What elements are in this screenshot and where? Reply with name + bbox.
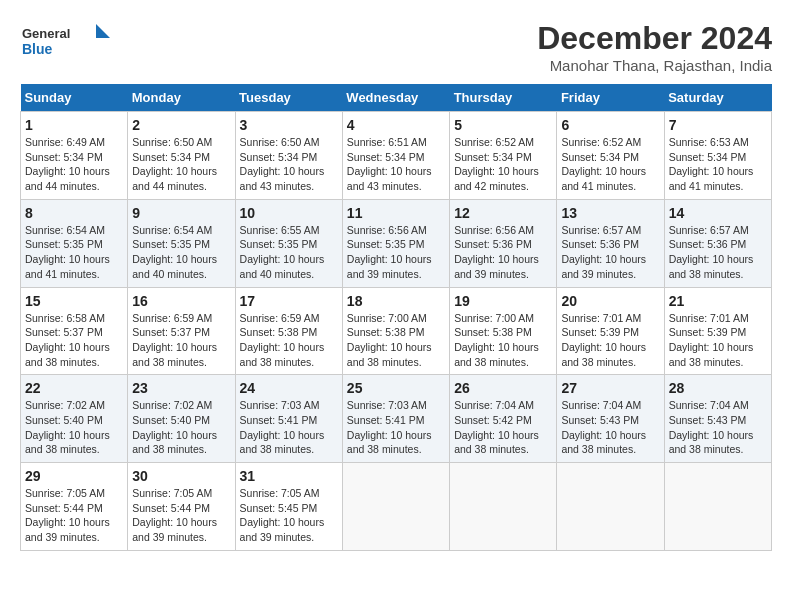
day-number: 14	[669, 205, 767, 221]
calendar-cell: 10Sunrise: 6:55 AMSunset: 5:35 PMDayligh…	[235, 199, 342, 287]
day-number: 2	[132, 117, 230, 133]
day-number: 6	[561, 117, 659, 133]
logo-icon: General Blue	[20, 20, 110, 60]
calendar-cell: 25Sunrise: 7:03 AMSunset: 5:41 PMDayligh…	[342, 375, 449, 463]
cell-info: Sunrise: 7:00 AMSunset: 5:38 PMDaylight:…	[454, 311, 552, 370]
cell-info: Sunrise: 7:00 AMSunset: 5:38 PMDaylight:…	[347, 311, 445, 370]
svg-marker-2	[96, 24, 110, 38]
calendar-cell: 30Sunrise: 7:05 AMSunset: 5:44 PMDayligh…	[128, 463, 235, 551]
calendar-cell: 16Sunrise: 6:59 AMSunset: 5:37 PMDayligh…	[128, 287, 235, 375]
day-number: 1	[25, 117, 123, 133]
cell-info: Sunrise: 7:02 AMSunset: 5:40 PMDaylight:…	[132, 398, 230, 457]
day-number: 10	[240, 205, 338, 221]
day-number: 29	[25, 468, 123, 484]
calendar-cell: 27Sunrise: 7:04 AMSunset: 5:43 PMDayligh…	[557, 375, 664, 463]
day-number: 28	[669, 380, 767, 396]
cell-info: Sunrise: 7:02 AMSunset: 5:40 PMDaylight:…	[25, 398, 123, 457]
day-number: 25	[347, 380, 445, 396]
calendar-cell	[557, 463, 664, 551]
cell-info: Sunrise: 6:52 AMSunset: 5:34 PMDaylight:…	[454, 135, 552, 194]
calendar-week-row: 1Sunrise: 6:49 AMSunset: 5:34 PMDaylight…	[21, 112, 772, 200]
logo: General Blue	[20, 20, 110, 60]
day-number: 27	[561, 380, 659, 396]
day-number: 19	[454, 293, 552, 309]
cell-info: Sunrise: 6:59 AMSunset: 5:37 PMDaylight:…	[132, 311, 230, 370]
header-sunday: Sunday	[21, 84, 128, 112]
cell-info: Sunrise: 7:03 AMSunset: 5:41 PMDaylight:…	[240, 398, 338, 457]
cell-info: Sunrise: 6:54 AMSunset: 5:35 PMDaylight:…	[132, 223, 230, 282]
day-number: 23	[132, 380, 230, 396]
page-header: General Blue December 2024 Manohar Thana…	[20, 20, 772, 74]
calendar-table: Sunday Monday Tuesday Wednesday Thursday…	[20, 84, 772, 551]
day-number: 16	[132, 293, 230, 309]
calendar-cell: 20Sunrise: 7:01 AMSunset: 5:39 PMDayligh…	[557, 287, 664, 375]
svg-text:Blue: Blue	[22, 41, 53, 57]
calendar-cell	[664, 463, 771, 551]
calendar-cell: 15Sunrise: 6:58 AMSunset: 5:37 PMDayligh…	[21, 287, 128, 375]
calendar-cell	[342, 463, 449, 551]
day-number: 20	[561, 293, 659, 309]
calendar-cell: 28Sunrise: 7:04 AMSunset: 5:43 PMDayligh…	[664, 375, 771, 463]
header-thursday: Thursday	[450, 84, 557, 112]
calendar-cell	[450, 463, 557, 551]
cell-info: Sunrise: 6:49 AMSunset: 5:34 PMDaylight:…	[25, 135, 123, 194]
cell-info: Sunrise: 6:54 AMSunset: 5:35 PMDaylight:…	[25, 223, 123, 282]
day-number: 18	[347, 293, 445, 309]
day-number: 12	[454, 205, 552, 221]
calendar-cell: 14Sunrise: 6:57 AMSunset: 5:36 PMDayligh…	[664, 199, 771, 287]
location-subtitle: Manohar Thana, Rajasthan, India	[537, 57, 772, 74]
calendar-cell: 5Sunrise: 6:52 AMSunset: 5:34 PMDaylight…	[450, 112, 557, 200]
day-number: 15	[25, 293, 123, 309]
cell-info: Sunrise: 6:57 AMSunset: 5:36 PMDaylight:…	[561, 223, 659, 282]
cell-info: Sunrise: 6:55 AMSunset: 5:35 PMDaylight:…	[240, 223, 338, 282]
cell-info: Sunrise: 7:03 AMSunset: 5:41 PMDaylight:…	[347, 398, 445, 457]
cell-info: Sunrise: 7:01 AMSunset: 5:39 PMDaylight:…	[561, 311, 659, 370]
cell-info: Sunrise: 6:51 AMSunset: 5:34 PMDaylight:…	[347, 135, 445, 194]
cell-info: Sunrise: 6:53 AMSunset: 5:34 PMDaylight:…	[669, 135, 767, 194]
day-number: 22	[25, 380, 123, 396]
cell-info: Sunrise: 6:56 AMSunset: 5:36 PMDaylight:…	[454, 223, 552, 282]
cell-info: Sunrise: 6:59 AMSunset: 5:38 PMDaylight:…	[240, 311, 338, 370]
cell-info: Sunrise: 6:57 AMSunset: 5:36 PMDaylight:…	[669, 223, 767, 282]
header-tuesday: Tuesday	[235, 84, 342, 112]
calendar-week-row: 8Sunrise: 6:54 AMSunset: 5:35 PMDaylight…	[21, 199, 772, 287]
header-friday: Friday	[557, 84, 664, 112]
calendar-week-row: 15Sunrise: 6:58 AMSunset: 5:37 PMDayligh…	[21, 287, 772, 375]
cell-info: Sunrise: 7:01 AMSunset: 5:39 PMDaylight:…	[669, 311, 767, 370]
day-number: 30	[132, 468, 230, 484]
calendar-cell: 31Sunrise: 7:05 AMSunset: 5:45 PMDayligh…	[235, 463, 342, 551]
month-title: December 2024	[537, 20, 772, 57]
header-saturday: Saturday	[664, 84, 771, 112]
calendar-cell: 8Sunrise: 6:54 AMSunset: 5:35 PMDaylight…	[21, 199, 128, 287]
header-wednesday: Wednesday	[342, 84, 449, 112]
calendar-cell: 2Sunrise: 6:50 AMSunset: 5:34 PMDaylight…	[128, 112, 235, 200]
calendar-cell: 7Sunrise: 6:53 AMSunset: 5:34 PMDaylight…	[664, 112, 771, 200]
calendar-week-row: 22Sunrise: 7:02 AMSunset: 5:40 PMDayligh…	[21, 375, 772, 463]
svg-text:General: General	[22, 26, 70, 41]
cell-info: Sunrise: 7:04 AMSunset: 5:42 PMDaylight:…	[454, 398, 552, 457]
day-number: 7	[669, 117, 767, 133]
cell-info: Sunrise: 6:56 AMSunset: 5:35 PMDaylight:…	[347, 223, 445, 282]
calendar-cell: 12Sunrise: 6:56 AMSunset: 5:36 PMDayligh…	[450, 199, 557, 287]
calendar-cell: 13Sunrise: 6:57 AMSunset: 5:36 PMDayligh…	[557, 199, 664, 287]
calendar-cell: 1Sunrise: 6:49 AMSunset: 5:34 PMDaylight…	[21, 112, 128, 200]
calendar-cell: 4Sunrise: 6:51 AMSunset: 5:34 PMDaylight…	[342, 112, 449, 200]
cell-info: Sunrise: 6:52 AMSunset: 5:34 PMDaylight:…	[561, 135, 659, 194]
calendar-cell: 24Sunrise: 7:03 AMSunset: 5:41 PMDayligh…	[235, 375, 342, 463]
calendar-cell: 18Sunrise: 7:00 AMSunset: 5:38 PMDayligh…	[342, 287, 449, 375]
cell-info: Sunrise: 6:58 AMSunset: 5:37 PMDaylight:…	[25, 311, 123, 370]
calendar-week-row: 29Sunrise: 7:05 AMSunset: 5:44 PMDayligh…	[21, 463, 772, 551]
calendar-header: Sunday Monday Tuesday Wednesday Thursday…	[21, 84, 772, 112]
cell-info: Sunrise: 7:05 AMSunset: 5:45 PMDaylight:…	[240, 486, 338, 545]
day-number: 17	[240, 293, 338, 309]
calendar-cell: 23Sunrise: 7:02 AMSunset: 5:40 PMDayligh…	[128, 375, 235, 463]
calendar-cell: 29Sunrise: 7:05 AMSunset: 5:44 PMDayligh…	[21, 463, 128, 551]
title-block: December 2024 Manohar Thana, Rajasthan, …	[537, 20, 772, 74]
day-number: 26	[454, 380, 552, 396]
day-number: 3	[240, 117, 338, 133]
day-number: 13	[561, 205, 659, 221]
cell-info: Sunrise: 7:05 AMSunset: 5:44 PMDaylight:…	[132, 486, 230, 545]
cell-info: Sunrise: 7:04 AMSunset: 5:43 PMDaylight:…	[561, 398, 659, 457]
calendar-cell: 22Sunrise: 7:02 AMSunset: 5:40 PMDayligh…	[21, 375, 128, 463]
calendar-cell: 3Sunrise: 6:50 AMSunset: 5:34 PMDaylight…	[235, 112, 342, 200]
